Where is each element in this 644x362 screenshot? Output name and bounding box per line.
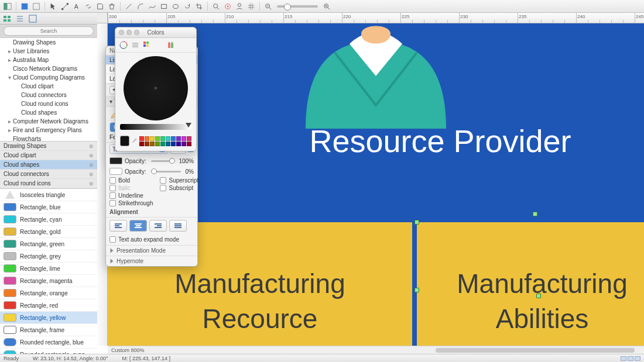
lib-grid-icon[interactable] bbox=[15, 14, 25, 23]
align-justify-button[interactable] bbox=[169, 220, 187, 232]
tree-item[interactable]: ▾Cloud Computing Diagrams bbox=[0, 73, 97, 82]
text-tool-icon[interactable]: A bbox=[71, 1, 82, 12]
spectrum-tab-icon[interactable] bbox=[154, 40, 163, 50]
library-row[interactable]: Cloud round icons⊗ bbox=[0, 179, 97, 188]
horizontal-scrollbar[interactable]: Custom 800% bbox=[108, 346, 644, 354]
color-swatch-grid[interactable] bbox=[139, 136, 191, 146]
pointer-icon[interactable] bbox=[48, 1, 59, 12]
mini-swatch[interactable] bbox=[160, 136, 165, 141]
eyedropper-icon[interactable] bbox=[132, 137, 137, 145]
mini-swatch[interactable] bbox=[139, 142, 144, 146]
shape-item[interactable]: Rectangle, gold bbox=[0, 226, 97, 238]
opacity-slider-2[interactable] bbox=[151, 171, 181, 173]
tree-item[interactable]: Cloud round icons bbox=[0, 99, 97, 108]
mini-swatch[interactable] bbox=[181, 142, 186, 146]
selection-handle[interactable] bbox=[415, 288, 419, 292]
library-search-input[interactable] bbox=[4, 26, 94, 36]
align-left-button[interactable] bbox=[109, 220, 127, 232]
chk-super[interactable] bbox=[160, 177, 166, 184]
tree-item[interactable]: Cloud shapes bbox=[0, 108, 97, 117]
chk-bold[interactable] bbox=[109, 177, 116, 184]
open-libraries-list[interactable]: Drawing Shapes⊗Cloud clipart⊗Cloud shape… bbox=[0, 142, 97, 189]
mini-swatch[interactable] bbox=[160, 142, 165, 146]
library-row[interactable]: Drawing Shapes⊗ bbox=[0, 142, 97, 151]
mini-swatch[interactable] bbox=[187, 136, 191, 141]
tree-item[interactable]: ▸Australia Map bbox=[0, 56, 97, 64]
magnify-icon[interactable] bbox=[211, 1, 221, 12]
box-manufacturing-abilities[interactable]: Manufacturing Abilities bbox=[417, 222, 644, 346]
fill-swatch[interactable] bbox=[109, 157, 122, 164]
tree-item[interactable]: ▸User Libraries bbox=[0, 47, 97, 56]
close-icon[interactable]: ⊗ bbox=[89, 143, 94, 149]
rect-tool-icon[interactable] bbox=[159, 1, 169, 12]
close-icon[interactable]: ⊗ bbox=[89, 153, 94, 158]
selection-handle[interactable] bbox=[533, 212, 537, 216]
spline-icon[interactable] bbox=[147, 1, 157, 12]
scrollbar-thumb[interactable] bbox=[436, 348, 635, 353]
ellipse-tool-icon[interactable] bbox=[170, 1, 181, 12]
view-outline-icon[interactable] bbox=[31, 1, 42, 12]
colors-panel[interactable]: Colors bbox=[115, 27, 197, 151]
shapes-palette[interactable]: Isosceles triangleRectangle, blueRectang… bbox=[0, 189, 97, 354]
shape-item[interactable]: Rectangle, cyan bbox=[0, 213, 97, 226]
snap-icon[interactable] bbox=[222, 1, 233, 12]
mini-swatch[interactable] bbox=[150, 142, 155, 146]
mini-swatch[interactable] bbox=[145, 136, 149, 141]
align-center-button[interactable] bbox=[129, 220, 147, 232]
mini-swatch[interactable] bbox=[155, 142, 160, 146]
chk-strike[interactable] bbox=[109, 200, 116, 206]
mini-swatch[interactable] bbox=[155, 136, 160, 141]
grid-icon[interactable] bbox=[246, 1, 256, 12]
align-right-button[interactable] bbox=[149, 220, 167, 232]
close-icon[interactable]: ⊗ bbox=[89, 181, 94, 187]
color-wheel[interactable] bbox=[124, 56, 188, 120]
shape-item[interactable]: Rectangle, yellow bbox=[0, 312, 97, 324]
current-color-swatch[interactable] bbox=[120, 136, 129, 146]
zoom-out-icon[interactable] bbox=[263, 1, 273, 12]
arc-icon[interactable] bbox=[135, 1, 146, 12]
library-tree[interactable]: Drawing Shapes▸User Libraries▸Australia … bbox=[0, 37, 97, 142]
opacity-slider-1[interactable] bbox=[151, 160, 174, 162]
tree-item[interactable]: Drawing Shapes bbox=[0, 38, 97, 47]
line-icon[interactable] bbox=[124, 1, 134, 12]
shape-item[interactable]: Rounded rectangle, blue bbox=[0, 336, 97, 349]
close-icon[interactable]: ⊗ bbox=[89, 162, 94, 168]
tree-item[interactable]: Flowcharts bbox=[0, 135, 97, 142]
tree-item[interactable]: Cisco Network Diagrams bbox=[0, 64, 97, 73]
mini-swatch[interactable] bbox=[176, 142, 181, 146]
note-icon[interactable] bbox=[95, 1, 105, 12]
selection-handle[interactable] bbox=[415, 220, 419, 225]
mini-swatch[interactable] bbox=[166, 142, 170, 146]
tree-item[interactable]: ▸Computer Network Diagrams bbox=[0, 117, 97, 126]
zoom-in-icon[interactable] bbox=[321, 1, 332, 12]
shape-item[interactable]: Rectangle, red bbox=[0, 299, 97, 312]
mini-swatch[interactable] bbox=[181, 136, 186, 141]
shape-item[interactable]: Rounded rectangle, cyan bbox=[0, 349, 97, 354]
mini-swatch[interactable] bbox=[176, 136, 181, 141]
chk-auto-expand[interactable] bbox=[109, 236, 116, 243]
tree-item[interactable]: Cloud clipart bbox=[0, 82, 97, 91]
library-row[interactable]: Cloud clipart⊗ bbox=[0, 151, 97, 160]
view-page-icon[interactable] bbox=[19, 1, 30, 12]
shape-item[interactable]: Rectangle, green bbox=[0, 238, 97, 250]
sliders-tab-icon[interactable] bbox=[131, 40, 140, 50]
lib-toggle-icon[interactable] bbox=[2, 1, 13, 12]
tree-item[interactable]: ▸Fire and Emergency Plans bbox=[0, 126, 97, 135]
crayons-tab-icon[interactable] bbox=[166, 40, 175, 50]
close-icon[interactable]: ⊗ bbox=[89, 171, 94, 177]
palette-tab-icon[interactable] bbox=[142, 40, 152, 50]
zoom-slider[interactable] bbox=[277, 5, 318, 8]
shape-item[interactable]: Rectangle, grey bbox=[0, 250, 97, 263]
lib-list-icon[interactable] bbox=[28, 14, 37, 23]
lib-tree-icon[interactable] bbox=[2, 14, 12, 23]
crop-icon[interactable] bbox=[194, 1, 204, 12]
brightness-slider[interactable] bbox=[120, 124, 191, 130]
hypernote-row[interactable]: Hypernote bbox=[106, 256, 197, 266]
mini-swatch[interactable] bbox=[145, 142, 149, 146]
tree-item[interactable]: Cloud connectors bbox=[0, 91, 97, 99]
mini-swatch[interactable] bbox=[171, 136, 176, 141]
library-row[interactable]: Cloud connectors⊗ bbox=[0, 170, 97, 179]
user-icon[interactable] bbox=[234, 1, 245, 12]
trash-icon[interactable] bbox=[107, 1, 117, 12]
shape-item[interactable]: Rectangle, orange bbox=[0, 287, 97, 299]
